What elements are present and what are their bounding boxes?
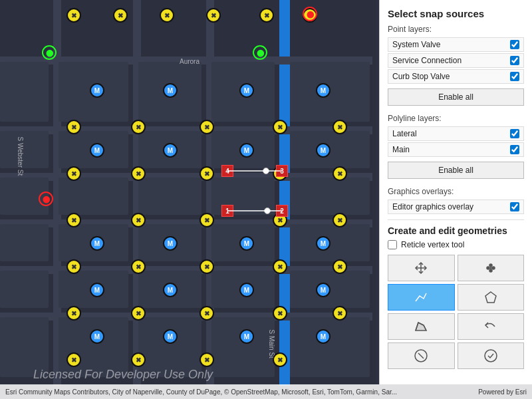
m-icon: M <box>90 83 104 98</box>
valve-icon: ✖ <box>66 352 81 367</box>
m-icon: M <box>239 329 254 344</box>
svg-point-7 <box>492 267 495 269</box>
red-icon: ⬤ <box>303 7 317 21</box>
snap-point <box>264 207 271 214</box>
block <box>59 317 128 377</box>
layer-name-service-connection: Service Connection <box>392 56 462 65</box>
valve-icon: ✖ <box>66 120 81 134</box>
marker-3: 3 <box>276 165 288 177</box>
reshape-tool-button[interactable] <box>388 313 455 340</box>
layer-name-curb-stop-valve: Curb Stop Valve <box>392 72 450 81</box>
valve-icon: ✖ <box>66 213 81 227</box>
valve-icon: ✖ <box>200 120 214 134</box>
attribution-text: Esri Community Maps Contributors, City o… <box>5 388 397 396</box>
svg-point-6 <box>487 267 489 269</box>
m-icon: M <box>90 143 104 158</box>
m-icon: M <box>163 329 178 344</box>
layer-checkbox-curb-stop-valve[interactable] <box>510 72 519 81</box>
valve-icon: ✖ <box>332 306 347 321</box>
valve-icon: ✖ <box>273 352 287 367</box>
svg-point-9 <box>489 269 492 272</box>
street-label-main: S Main St <box>268 330 275 358</box>
layer-checkbox-system-valve[interactable] <box>510 40 519 49</box>
scale-tool-button[interactable] <box>458 255 525 281</box>
block <box>290 317 370 377</box>
reticle-label: Reticle vertex tool <box>401 240 464 249</box>
marker-1: 1 <box>221 205 233 217</box>
tools-grid <box>388 255 524 369</box>
block <box>211 317 275 377</box>
m-icon: M <box>163 143 178 158</box>
valve-icon: ✖ <box>66 259 81 274</box>
block <box>0 131 49 168</box>
m-icon: M <box>316 283 331 297</box>
valve-icon: ✖ <box>131 352 146 367</box>
valve-icon: ✖ <box>332 259 347 274</box>
m-icon: M <box>316 329 331 344</box>
polyline-layers-label: Polyline layers: <box>388 114 524 123</box>
enable-all-point-button[interactable]: Enable all <box>388 88 524 106</box>
block <box>138 317 201 377</box>
section-divider <box>388 219 524 220</box>
layer-checkbox-editor-graphics[interactable] <box>510 202 519 211</box>
map-container[interactable]: Aurora S Webster St S Main St ✖ ✖ ✖ ✖ ✖ … <box>0 0 532 399</box>
layer-checkbox-service-connection[interactable] <box>510 56 519 65</box>
m-icon: M <box>316 236 331 251</box>
svg-marker-10 <box>485 292 496 303</box>
valve-icon: ✖ <box>131 166 146 181</box>
move-tool-button[interactable] <box>388 255 455 281</box>
svg-marker-11 <box>416 323 426 331</box>
block <box>0 317 49 377</box>
block <box>290 178 370 215</box>
svg-point-8 <box>489 264 492 267</box>
m-icon: M <box>316 83 331 98</box>
layer-name-main: Main <box>392 145 410 154</box>
marker-4: 4 <box>221 165 233 177</box>
valve-icon: ✖ <box>66 8 81 23</box>
valve-icon: ✖ <box>160 8 174 23</box>
reticle-row: Reticle vertex tool <box>388 240 524 249</box>
confirm-tool-button[interactable] <box>458 342 525 369</box>
valve-icon: ✖ <box>66 166 81 181</box>
layer-row-service-connection: Service Connection <box>388 53 524 68</box>
green-icon: ⬤ <box>253 45 267 60</box>
m-icon: M <box>163 236 178 251</box>
m-icon: M <box>239 143 254 158</box>
snap-sources-panel: Select snap sources Point layers: System… <box>379 0 532 384</box>
block <box>0 224 49 261</box>
draw-polygon-tool-button[interactable] <box>458 284 525 311</box>
layer-row-lateral: Lateral <box>388 126 524 141</box>
layer-name-system-valve: System Valve <box>392 40 440 49</box>
valve-icon: ✖ <box>200 213 214 227</box>
valve-icon: ✖ <box>200 166 214 181</box>
valve-icon: ✖ <box>332 166 347 181</box>
valve-icon: ✖ <box>273 259 287 274</box>
m-icon: M <box>163 283 178 297</box>
undo-tool-button[interactable] <box>458 313 525 340</box>
valve-icon: ✖ <box>131 213 146 227</box>
valve-icon: ✖ <box>131 120 146 134</box>
layer-row-curb-stop-valve: Curb Stop Valve <box>388 69 524 84</box>
layer-checkbox-main[interactable] <box>510 145 519 154</box>
graphics-overlays-label: Graphics overlays: <box>388 187 524 196</box>
block <box>138 178 201 215</box>
valve-icon: ✖ <box>113 8 128 23</box>
geometries-title: Create and edit geometries <box>388 225 524 236</box>
enable-all-polyline-button[interactable]: Enable all <box>388 162 524 179</box>
layer-name-lateral: Lateral <box>392 129 417 138</box>
street-label-aurora: Aurora <box>180 58 200 65</box>
m-icon: M <box>239 83 254 98</box>
valve-icon: ✖ <box>273 120 287 134</box>
layer-checkbox-lateral[interactable] <box>510 129 519 138</box>
valve-icon: ✖ <box>206 8 221 23</box>
reticle-checkbox[interactable] <box>388 240 397 249</box>
valve-icon: ✖ <box>273 306 287 321</box>
attribution-bar: Esri Community Maps Contributors, City o… <box>0 384 532 399</box>
draw-polyline-tool-button[interactable] <box>388 284 455 311</box>
valve-icon: ✖ <box>131 306 146 321</box>
block <box>0 62 49 122</box>
m-icon: M <box>90 283 104 297</box>
attribution-powered: Powered by Esri <box>478 388 527 396</box>
svg-point-14 <box>485 350 497 362</box>
delete-tool-button[interactable] <box>388 342 455 369</box>
